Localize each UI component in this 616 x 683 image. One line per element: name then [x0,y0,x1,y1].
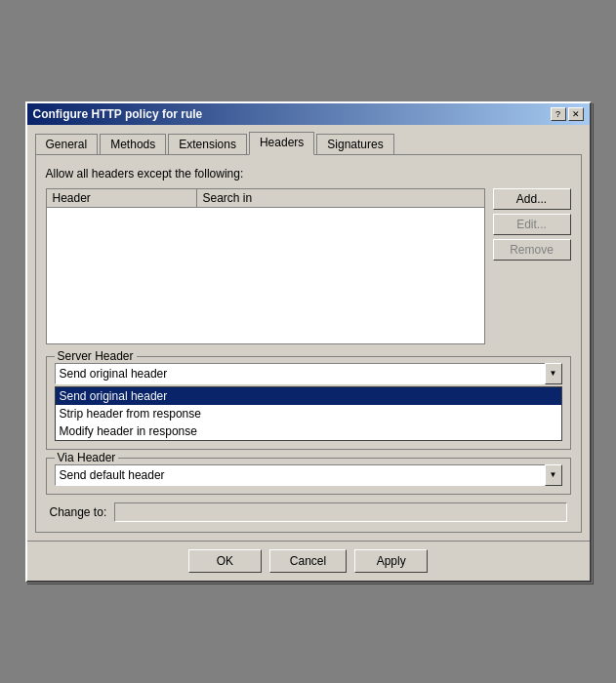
server-header-dropdown-open: Send original header Strip header from r… [55,386,562,441]
instructions-text: Allow all headers except the following: [46,167,571,181]
dropdown-item-2[interactable]: Strip header from response [56,405,561,422]
server-header-select[interactable]: Send original header Strip header from r… [55,363,562,384]
change-to-row: Change to: [46,502,571,522]
dialog: Configure HTTP policy for rule ? ✕ Gener… [25,101,592,583]
via-header-select[interactable]: Send default header [55,464,562,486]
header-list: Header Search in [46,188,485,344]
tab-extensions[interactable]: Extensions [168,134,247,155]
dropdown-item-1[interactable]: Send original header [56,387,561,405]
side-buttons: Add... Edit... Remove [493,188,571,344]
tab-methods[interactable]: Methods [100,134,166,155]
server-header-label: Server Header [55,349,137,363]
dropdown-item-3[interactable]: Modify header in response [56,422,561,440]
ok-button[interactable]: OK [188,549,262,573]
via-header-label: Via Header [55,451,119,464]
change-to-input[interactable] [114,502,566,522]
add-button[interactable]: Add... [493,188,571,210]
cancel-button[interactable]: Cancel [269,549,347,573]
col-header-searchin: Search in [197,189,484,207]
change-to-label: Change to: [50,505,107,519]
dialog-content: General Methods Extensions Headers Signa… [27,125,590,541]
tab-headers[interactable]: Headers [249,132,314,155]
server-header-group: Server Header Send original header Strip… [46,356,571,450]
close-button[interactable]: ✕ [568,107,584,121]
help-button[interactable]: ? [551,107,566,121]
table-area: Header Search in Add... Edit... Remove [46,188,571,344]
tab-bar: General Methods Extensions Headers Signa… [35,131,582,154]
server-header-dropdown-list: Send original header Strip header from r… [55,386,562,441]
title-bar-controls: ? ✕ [551,107,584,121]
list-body[interactable] [47,208,484,341]
edit-button[interactable]: Edit... [493,214,571,235]
tab-general[interactable]: General [35,134,99,155]
via-header-select-wrapper: Send default header ▼ [55,464,562,486]
via-header-group: Via Header Send default header ▼ [46,458,571,495]
server-header-select-wrapper: Send original header Strip header from r… [55,363,562,384]
title-bar: Configure HTTP policy for rule ? ✕ [27,103,590,125]
apply-button[interactable]: Apply [354,549,428,573]
col-header-header: Header [47,189,197,207]
bottom-bar: OK Cancel Apply [27,541,590,581]
dialog-title: Configure HTTP policy for rule [33,107,203,121]
tab-signatures[interactable]: Signatures [316,134,393,155]
tab-panel-headers: Allow all headers except the following: … [35,154,582,533]
list-header: Header Search in [47,189,484,208]
remove-button[interactable]: Remove [493,239,571,261]
